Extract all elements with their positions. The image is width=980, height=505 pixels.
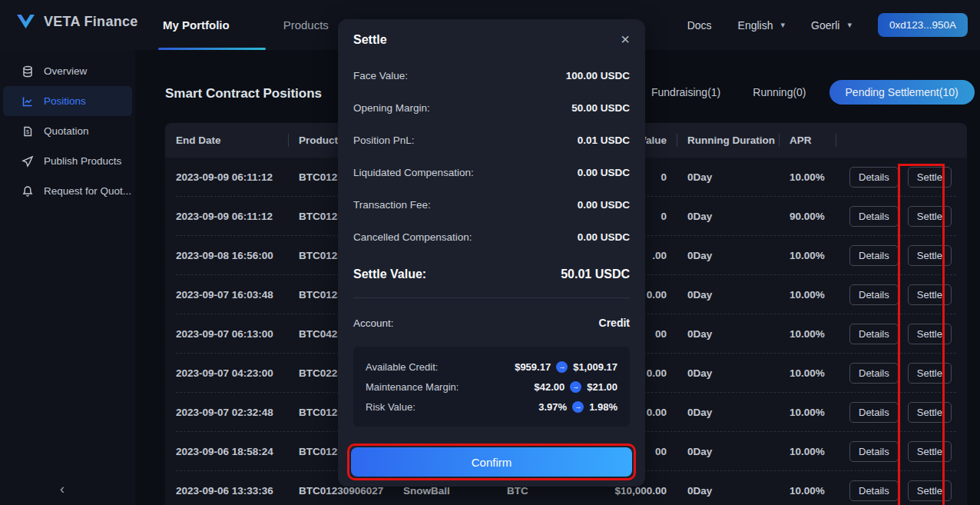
cell-apr: 10.00% — [779, 407, 836, 418]
cell-product: BTC01230906027 — [288, 485, 399, 497]
details-button[interactable]: Details — [849, 363, 899, 384]
detail-label: Cancelled Compensation: — [353, 231, 472, 243]
cell-duration: 0Day — [667, 211, 779, 222]
nav-products[interactable]: Products — [283, 0, 329, 50]
tab-running[interactable]: Running(0) — [753, 86, 806, 98]
settle-detail-rows: Face Value: 100.00 USDC Opening Margin: … — [353, 70, 630, 243]
settle-detail-row: Position PnL: 0.01 USDC — [353, 135, 630, 146]
tab-fundraising[interactable]: Fundraising(1) — [651, 86, 720, 98]
chevron-down-icon: ▾ — [781, 20, 786, 30]
detail-value: 0.01 USDC — [578, 135, 630, 146]
settle-button[interactable]: Settle — [908, 402, 952, 423]
network-select[interactable]: Goerli ▾ — [811, 19, 852, 32]
header-running-duration: Running Duration — [667, 135, 779, 146]
cell-end-date: 2023-09-09 06:11:12 — [165, 171, 288, 183]
docs-link[interactable]: Docs — [687, 19, 712, 32]
credit-row: Risk Value: 3.97% → 1.98% — [366, 397, 617, 417]
confirm-button[interactable]: Confirm — [351, 447, 632, 477]
header-divider — [677, 134, 677, 147]
arrow-right-icon: → — [570, 381, 581, 393]
bell-icon — [22, 185, 34, 198]
details-button[interactable]: Details — [849, 167, 899, 188]
cell-end-date: 2023-09-09 06:11:12 — [165, 211, 288, 222]
detail-label: Position PnL: — [353, 135, 415, 146]
modal-divider — [353, 297, 630, 298]
sidebar-item-quotation[interactable]: $ Quotation — [0, 116, 135, 146]
sidebar-item-label: Quotation — [44, 125, 89, 137]
svg-text:$: $ — [26, 128, 29, 134]
details-button[interactable]: Details — [849, 402, 899, 423]
settle-button[interactable]: Settle — [908, 480, 952, 501]
database-icon — [22, 65, 34, 78]
sidebar-collapse-button[interactable]: ‹ — [60, 481, 65, 497]
language-select[interactable]: English ▾ — [738, 19, 785, 32]
close-icon[interactable]: × — [621, 33, 630, 45]
cell-apr: 10.00% — [779, 250, 836, 261]
details-button[interactable]: Details — [849, 245, 899, 266]
confirm-annotation-box: Confirm — [347, 444, 636, 480]
settle-button[interactable]: Settle — [908, 324, 952, 344]
arrow-right-icon: → — [556, 361, 568, 373]
settle-detail-row: Liquidated Compensation: 0.00 USDC — [353, 167, 630, 178]
credit-values: 3.97% → 1.98% — [538, 401, 617, 413]
settle-detail-row: Opening Margin: 50.00 USDC — [353, 102, 630, 114]
main-nav: My Portfolio Products — [163, 0, 329, 50]
settle-button[interactable]: Settle — [908, 441, 952, 462]
detail-value: 100.00 USDC — [566, 70, 630, 81]
credit-row: Available Credit: $959.17 → $1,009.17 — [366, 357, 617, 377]
settle-button[interactable]: Settle — [908, 206, 952, 227]
account-row: Account: Credit — [353, 317, 630, 329]
cell-actions: Details Settle — [836, 324, 967, 344]
sidebar-item-label: Positions — [44, 95, 86, 107]
detail-value: 0.00 USDC — [578, 167, 630, 178]
detail-label: Transaction Fee: — [353, 199, 431, 211]
credit-values: $42.00 → $21.00 — [534, 381, 617, 393]
wallet-address-button[interactable]: 0xd123...950A — [878, 13, 968, 37]
veta-logo-icon — [15, 12, 36, 31]
cell-duration: 0Day — [667, 171, 779, 183]
cell-apr: 10.00% — [779, 485, 836, 497]
page-title: Smart Contract Positions — [165, 86, 322, 101]
topbar-right: Docs English ▾ Goerli ▾ 0xd123...950A — [687, 0, 968, 50]
credit-from-value: 3.97% — [538, 401, 567, 413]
settle-button[interactable]: Settle — [908, 245, 952, 266]
tab-pending-settlement[interactable]: Pending Settlement(10) — [829, 80, 975, 105]
cell-underlying: BTC — [499, 485, 599, 497]
cell-apr: 10.00% — [779, 367, 836, 379]
cell-duration: 0Day — [667, 328, 779, 340]
sidebar-item-overview[interactable]: Overview — [0, 56, 135, 86]
language-value: English — [738, 19, 773, 32]
sidebar-item-request-quote[interactable]: Request for Quot... — [0, 176, 135, 206]
header-divider — [779, 134, 780, 147]
position-tabs: Fundraising(1) Running(0) Pending Settle… — [651, 80, 951, 105]
details-button[interactable]: Details — [849, 441, 899, 462]
credit-from-value: $959.17 — [515, 361, 551, 373]
cell-end-date: 2023-09-06 18:58:24 — [165, 446, 288, 457]
credit-to-value: $1,009.17 — [573, 361, 617, 373]
details-button[interactable]: Details — [849, 206, 899, 227]
settle-button[interactable]: Settle — [908, 167, 952, 188]
nav-my-portfolio[interactable]: My Portfolio — [163, 0, 230, 50]
sidebar-item-positions[interactable]: Positions — [3, 86, 132, 116]
credit-label: Maintenance Margin: — [366, 381, 459, 393]
cell-apr: 90.00% — [779, 211, 836, 222]
settle-button[interactable]: Settle — [908, 363, 952, 384]
arrow-right-icon: → — [572, 401, 584, 413]
credit-label: Available Credit: — [366, 361, 438, 373]
sidebar-item-publish-products[interactable]: Publish Products — [0, 146, 135, 176]
detail-value: 0.00 USDC — [578, 199, 630, 211]
credit-from-value: $42.00 — [534, 381, 564, 393]
details-button[interactable]: Details — [849, 480, 899, 501]
settle-detail-row: Transaction Fee: 0.00 USDC — [353, 199, 630, 211]
settle-button[interactable]: Settle — [908, 284, 952, 305]
sidebar-item-label: Request for Quot... — [44, 185, 131, 197]
details-button[interactable]: Details — [849, 324, 899, 344]
credit-to-value: 1.98% — [589, 401, 617, 413]
cell-type: SnowBall — [399, 485, 499, 497]
cell-actions: Details Settle — [836, 441, 967, 462]
detail-label: Face Value: — [353, 70, 408, 81]
settle-detail-row: Face Value: 100.00 USDC — [353, 70, 630, 81]
cell-duration: 0Day — [667, 446, 779, 457]
cell-duration: 0Day — [667, 250, 779, 261]
details-button[interactable]: Details — [849, 284, 899, 305]
